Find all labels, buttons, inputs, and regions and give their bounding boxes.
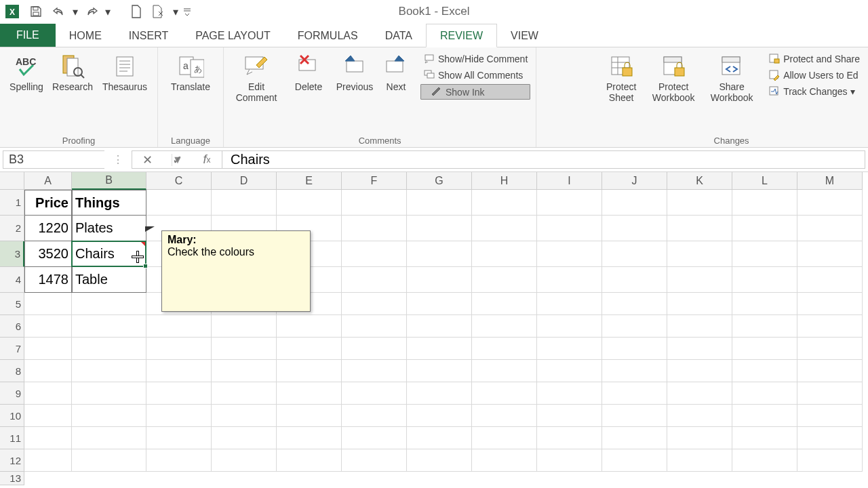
cell-L1[interactable] <box>732 190 797 216</box>
cancel-icon[interactable]: ✕ <box>132 152 162 167</box>
col-header-G[interactable]: G <box>407 172 472 190</box>
cell-D10[interactable] <box>212 405 277 427</box>
col-header-D[interactable]: D <box>212 172 277 190</box>
cell-I4[interactable] <box>537 267 602 293</box>
cell-H3[interactable] <box>472 241 537 267</box>
cell-H10[interactable] <box>472 405 537 427</box>
tab-file[interactable]: FILE <box>0 24 56 47</box>
row-header-5[interactable]: 5 <box>0 293 24 315</box>
cell-J5[interactable] <box>602 293 667 315</box>
cell-G10[interactable] <box>407 405 472 427</box>
cell-L9[interactable] <box>732 382 797 405</box>
cell-F4[interactable] <box>342 267 407 293</box>
cell-M8[interactable] <box>797 360 863 382</box>
undo-dropdown-icon[interactable]: ▾ <box>71 1 80 22</box>
cell-A9[interactable] <box>24 382 72 405</box>
cell-G4[interactable] <box>407 267 472 293</box>
cell-J7[interactable] <box>602 338 667 360</box>
cell-B7[interactable] <box>72 338 146 360</box>
cell-B9[interactable] <box>72 382 146 405</box>
cell-M7[interactable] <box>797 338 863 360</box>
cell-C6[interactable] <box>146 315 212 338</box>
cell-B3[interactable]: Chairs <box>72 241 146 267</box>
col-header-I[interactable]: I <box>537 172 602 190</box>
cell-D8[interactable] <box>212 360 277 382</box>
cell-G7[interactable] <box>407 338 472 360</box>
cell-I5[interactable] <box>537 293 602 315</box>
cell-I2[interactable] <box>537 216 602 241</box>
cell-C12[interactable] <box>146 449 212 472</box>
cell-F3[interactable] <box>342 241 407 267</box>
cell-A5[interactable] <box>24 293 72 315</box>
spelling-button[interactable]: ABC Spelling <box>5 52 47 92</box>
enter-icon[interactable]: ✓ <box>162 152 192 167</box>
col-header-K[interactable]: K <box>667 172 732 190</box>
cell-D9[interactable] <box>212 382 277 405</box>
show-hide-comment-button[interactable]: Show/Hide Comment <box>420 52 530 66</box>
cell-B6[interactable] <box>72 315 146 338</box>
cell-L10[interactable] <box>732 405 797 427</box>
cell-L8[interactable] <box>732 360 797 382</box>
cell-K10[interactable] <box>667 405 732 427</box>
cell-C1[interactable] <box>146 190 212 216</box>
cell-C11[interactable] <box>146 427 212 449</box>
cell-E8[interactable] <box>277 360 342 382</box>
cell-I12[interactable] <box>537 449 602 472</box>
qat-customize-icon[interactable] <box>180 1 194 22</box>
formula-input[interactable]: Chairs <box>222 150 865 169</box>
cell-B11[interactable] <box>72 427 146 449</box>
cell-K3[interactable] <box>667 241 732 267</box>
col-header-M[interactable]: M <box>797 172 863 190</box>
delete-comment-button[interactable]: Delete <box>288 52 330 92</box>
cell-L2[interactable] <box>732 216 797 241</box>
cell-I10[interactable] <box>537 405 602 427</box>
previous-comment-button[interactable]: Previous <box>334 52 376 92</box>
cell-K7[interactable] <box>667 338 732 360</box>
col-header-E[interactable]: E <box>277 172 342 190</box>
cell-H6[interactable] <box>472 315 537 338</box>
undo-icon[interactable] <box>47 1 71 22</box>
cell-J10[interactable] <box>602 405 667 427</box>
cell-A3[interactable]: 3520 <box>24 241 72 267</box>
cell-G5[interactable] <box>407 293 472 315</box>
cell-J11[interactable] <box>602 427 667 449</box>
protect-workbook-button[interactable]: Protect Workbook <box>646 52 701 103</box>
protect-sheet-button[interactable]: Protect Sheet <box>600 52 642 103</box>
cell-I9[interactable] <box>537 382 602 405</box>
cell-B2[interactable]: Plates <box>72 216 146 241</box>
tab-page-layout[interactable]: PAGE LAYOUT <box>182 24 284 47</box>
cell-M12[interactable] <box>797 449 863 472</box>
cell-A6[interactable] <box>24 315 72 338</box>
row-header-10[interactable]: 10 <box>0 405 24 427</box>
cell-H11[interactable] <box>472 427 537 449</box>
cell-B4[interactable]: Table <box>72 267 146 293</box>
cell-J2[interactable] <box>602 216 667 241</box>
track-changes-button[interactable]: Track Changes ▾ <box>766 84 863 99</box>
tab-view[interactable]: VIEW <box>497 24 552 47</box>
cell-L5[interactable] <box>732 293 797 315</box>
col-header-B[interactable]: B <box>72 172 146 190</box>
cell-F6[interactable] <box>342 315 407 338</box>
cell-C9[interactable] <box>146 382 212 405</box>
cell-A10[interactable] <box>24 405 72 427</box>
cell-B5[interactable] <box>72 293 146 315</box>
cell-M1[interactable] <box>797 190 863 216</box>
cell-H4[interactable] <box>472 267 537 293</box>
next-comment-button[interactable]: Next <box>380 52 412 92</box>
redo-dropdown-icon[interactable]: ▾ <box>103 1 113 22</box>
cell-A2[interactable]: 1220 <box>24 216 72 241</box>
cell-E1[interactable] <box>277 190 342 216</box>
cell-H5[interactable] <box>472 293 537 315</box>
touch-dropdown-icon[interactable]: ▾ <box>171 1 180 22</box>
cell-B12[interactable] <box>72 449 146 472</box>
cell-B10[interactable] <box>72 405 146 427</box>
cell-A7[interactable] <box>24 338 72 360</box>
cell-L11[interactable] <box>732 427 797 449</box>
cell-D7[interactable] <box>212 338 277 360</box>
row-header-11[interactable]: 11 <box>0 427 24 449</box>
cell-L3[interactable] <box>732 241 797 267</box>
cell-J4[interactable] <box>602 267 667 293</box>
cell-C8[interactable] <box>146 360 212 382</box>
comment-box[interactable]: Mary: Check the colours <box>161 230 311 312</box>
cell-L4[interactable] <box>732 267 797 293</box>
